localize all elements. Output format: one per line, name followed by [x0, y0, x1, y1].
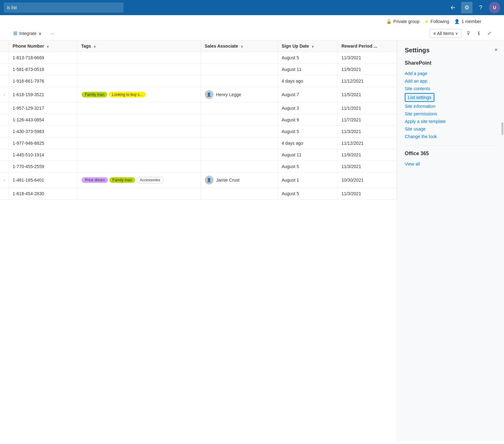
row-reward: 10/30/2021 — [337, 172, 397, 188]
table-row[interactable]: 1-430-373-5983August 511/3/2021 — [0, 126, 397, 137]
col-phone-header[interactable]: Phone Number ∨ — [9, 40, 77, 52]
row-expand-cell — [0, 149, 9, 161]
row-signup: 4 days ago — [278, 137, 337, 149]
toolbar: ⊞ Integrate ∨ ··· ≡ All Items ∨ ⊽ ℹ ⤢ — [10, 26, 494, 40]
col-sales-header[interactable]: Sales Associate ∨ — [201, 40, 278, 52]
view-switcher[interactable]: ≡ All Items ∨ — [430, 29, 461, 38]
sales-name: Jamie Crust — [216, 178, 240, 183]
following-info[interactable]: ★ Following — [425, 19, 449, 24]
apply-site-template-link[interactable]: Apply a site template — [405, 118, 496, 125]
row-phone: 1-618-159-3521 — [9, 87, 77, 102]
row-reward: 11/3/2021 — [337, 52, 397, 64]
row-reward: 11/3/2021 — [337, 188, 397, 200]
sales-col-label: Sales Associate — [205, 44, 238, 49]
toolbar-left: ⊞ Integrate ∨ ··· — [10, 28, 57, 38]
toolbar-right: ≡ All Items ∨ ⊽ ℹ ⤢ — [430, 28, 494, 38]
row-sales — [201, 64, 278, 75]
row-phone: 1-430-373-5983 — [9, 126, 77, 137]
col-reward-header[interactable]: Reward Period ... — [337, 40, 397, 52]
site-information-link[interactable]: Site information — [405, 102, 496, 110]
row-tags — [77, 149, 201, 161]
row-tags — [77, 102, 201, 114]
panel-close-button[interactable]: × — [493, 45, 499, 55]
site-usage-link[interactable]: Site usage — [405, 125, 496, 133]
add-app-link[interactable]: Add an app — [405, 77, 496, 85]
expand-button[interactable]: ⤢ — [485, 28, 494, 38]
settings-icon[interactable]: ⚙ — [461, 2, 472, 13]
sales-person: 👤Jamie Crust — [205, 176, 274, 184]
row-expand-cell — [0, 161, 9, 172]
view-all-link[interactable]: View all — [405, 160, 496, 168]
table-row[interactable]: ›1-618-159-3521Family manLooking to buy … — [0, 87, 397, 102]
view-lines-icon: ≡ — [433, 31, 436, 36]
info-icon: ℹ — [478, 31, 480, 36]
table-row[interactable]: 1-581-873-0518August 1111/9/2021 — [0, 64, 397, 75]
scrollbar-thumb[interactable] — [501, 122, 503, 135]
more-button[interactable]: ··· — [47, 29, 57, 38]
add-page-link[interactable]: Add a page — [405, 70, 496, 77]
row-reward: 11/3/2021 — [337, 126, 397, 137]
data-table: Phone Number ∨ Tags ∨ Sales Associate ∨ … — [0, 40, 397, 200]
row-phone: 1-126-443-0854 — [9, 114, 77, 126]
scrollbar-track — [501, 122, 503, 135]
row-phone: 1-957-129-3217 — [9, 102, 77, 114]
row-sales — [201, 75, 278, 87]
row-expand-cell — [0, 102, 9, 114]
info-button[interactable]: ℹ — [475, 28, 482, 38]
row-signup: 4 days ago — [278, 75, 337, 87]
row-signup: August 5 — [278, 161, 337, 172]
tag-badge: Accessories — [136, 177, 164, 183]
table-row[interactable]: 1-977-946-88254 days ago11/12/2021 — [0, 137, 397, 149]
row-tags — [77, 161, 201, 172]
table-row[interactable]: 1-445-510-1914August 1111/9/2021 — [0, 149, 397, 161]
row-sales — [201, 114, 278, 126]
site-contents-link[interactable]: Site contents — [405, 85, 496, 92]
row-phone: 1-445-510-1914 — [9, 149, 77, 161]
members-info: 👤 1 member — [454, 19, 481, 24]
row-reward: 11/1/2021 — [337, 102, 397, 114]
row-sales — [201, 52, 278, 64]
change-look-link[interactable]: Change the look — [405, 133, 496, 140]
filter-button[interactable]: ⊽ — [464, 28, 473, 38]
top-bar: ⚙ ? U — [0, 0, 504, 15]
row-tags — [77, 52, 201, 64]
table-row[interactable]: ›1-481-185-6401Price drivenFamily manAcc… — [0, 172, 397, 188]
signup-sort-icon: ∨ — [312, 45, 314, 48]
row-sales: 👤Jamie Crust — [201, 172, 278, 188]
table-row[interactable]: 1-813-718-6669August 511/3/2021 — [0, 52, 397, 64]
table-row[interactable]: 1-126-443-0854August 911/7/2021 — [0, 114, 397, 126]
row-phone: 1-916-661-7976 — [9, 75, 77, 87]
tag-badge: Looking to buy s... — [109, 92, 146, 97]
private-group-info: 🔒 Private group — [386, 19, 420, 24]
table-area[interactable]: Phone Number ∨ Tags ∨ Sales Associate ∨ … — [0, 40, 397, 441]
view-chevron-icon: ∨ — [455, 31, 458, 36]
row-reward: 11/3/2021 — [337, 161, 397, 172]
row-reward: 11/12/2021 — [337, 137, 397, 149]
back-icon[interactable] — [447, 2, 459, 13]
row-tags — [77, 126, 201, 137]
table-row[interactable]: 1-770-455-2559August 511/3/2021 — [0, 161, 397, 172]
help-icon[interactable]: ? — [475, 2, 486, 13]
row-sales — [201, 188, 278, 200]
settings-panel-inner: × Settings SharePoint Add a page Add an … — [397, 40, 504, 174]
table-header: Phone Number ∨ Tags ∨ Sales Associate ∨ … — [0, 40, 397, 52]
row-reward: 11/12/2021 — [337, 75, 397, 87]
row-expand-cell — [0, 188, 9, 200]
table-row[interactable]: 1-957-129-3217August 311/1/2021 — [0, 102, 397, 114]
table-row[interactable]: 1-916-661-79764 days ago11/12/2021 — [0, 75, 397, 87]
site-permissions-link[interactable]: Site permissions — [405, 110, 496, 118]
expand-icon: ⤢ — [487, 31, 491, 36]
list-settings-link[interactable]: List settings — [405, 93, 434, 102]
sharepoint-section-title: SharePoint — [405, 60, 496, 66]
row-signup: August 3 — [278, 102, 337, 114]
avatar[interactable]: U — [489, 2, 500, 13]
row-sales — [201, 102, 278, 114]
row-tags: Price drivenFamily manAccessories — [77, 172, 201, 188]
search-input[interactable] — [4, 3, 123, 13]
table-row[interactable]: 1-618-454-2830August 511/3/2021 — [0, 188, 397, 200]
row-reward: 11/7/2021 — [337, 114, 397, 126]
integrate-button[interactable]: ⊞ Integrate ∨ — [10, 28, 45, 38]
col-signup-header[interactable]: Sign Up Date ∨ — [278, 40, 337, 52]
col-tags-header[interactable]: Tags ∨ — [77, 40, 201, 52]
tags-col-label: Tags — [81, 44, 91, 49]
